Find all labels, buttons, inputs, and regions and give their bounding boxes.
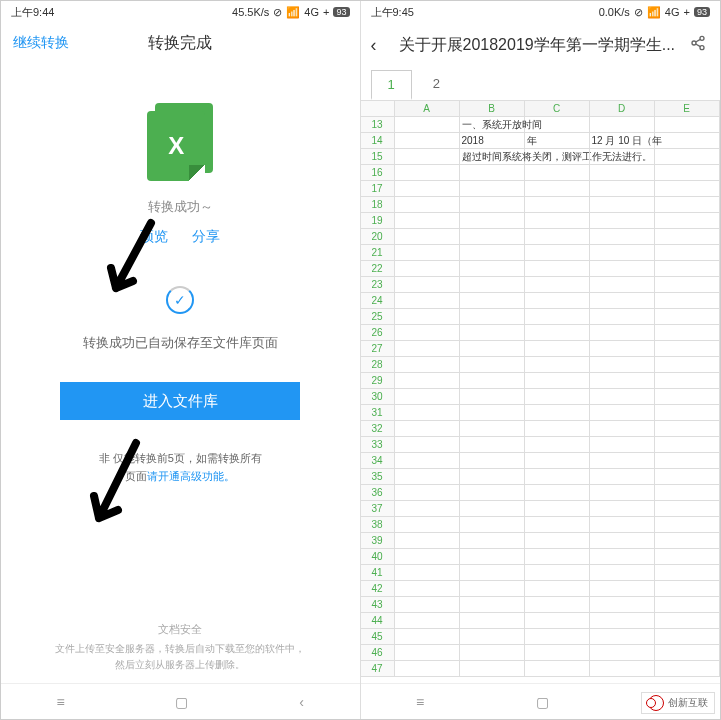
cell-D13[interactable] [590, 117, 655, 132]
col-head-C[interactable]: C [525, 101, 590, 116]
cell-A21[interactable] [395, 245, 460, 260]
cell-A32[interactable] [395, 421, 460, 436]
cell-A28[interactable] [395, 357, 460, 372]
cell-B27[interactable] [460, 341, 525, 356]
cell-B20[interactable] [460, 229, 525, 244]
cell-B37[interactable] [460, 501, 525, 516]
col-head-D[interactable]: D [590, 101, 655, 116]
row-head-44[interactable]: 44 [361, 613, 395, 628]
cell-E20[interactable] [655, 229, 720, 244]
cell-D38[interactable] [590, 517, 655, 532]
cell-C13[interactable] [525, 117, 590, 132]
cell-A30[interactable] [395, 389, 460, 404]
cell-B26[interactable] [460, 325, 525, 340]
row-head-16[interactable]: 16 [361, 165, 395, 180]
cell-D17[interactable] [590, 181, 655, 196]
row-head-19[interactable]: 19 [361, 213, 395, 228]
cell-E19[interactable] [655, 213, 720, 228]
cell-B28[interactable] [460, 357, 525, 372]
cell-A23[interactable] [395, 277, 460, 292]
row-head-23[interactable]: 23 [361, 277, 395, 292]
cell-B32[interactable] [460, 421, 525, 436]
cell-C26[interactable] [525, 325, 590, 340]
cell-D40[interactable] [590, 549, 655, 564]
corner-cell[interactable] [361, 101, 395, 116]
cell-A41[interactable] [395, 565, 460, 580]
cell-A14[interactable] [395, 133, 460, 148]
cell-D22[interactable] [590, 261, 655, 276]
cell-E17[interactable] [655, 181, 720, 196]
cell-D36[interactable] [590, 485, 655, 500]
cell-D21[interactable] [590, 245, 655, 260]
row-head-41[interactable]: 41 [361, 565, 395, 580]
cell-D29[interactable] [590, 373, 655, 388]
cell-B15[interactable]: 超过时间系统将关闭，测评工作无法进行。 [460, 149, 525, 164]
cell-E28[interactable] [655, 357, 720, 372]
cell-B35[interactable] [460, 469, 525, 484]
cell-D47[interactable] [590, 661, 655, 676]
cell-B29[interactable] [460, 373, 525, 388]
cell-D25[interactable] [590, 309, 655, 324]
cell-C20[interactable] [525, 229, 590, 244]
cell-A37[interactable] [395, 501, 460, 516]
cell-D43[interactable] [590, 597, 655, 612]
cell-C41[interactable] [525, 565, 590, 580]
cell-E43[interactable] [655, 597, 720, 612]
cell-B17[interactable] [460, 181, 525, 196]
cell-A39[interactable] [395, 533, 460, 548]
cell-B25[interactable] [460, 309, 525, 324]
cell-E26[interactable] [655, 325, 720, 340]
cell-B18[interactable] [460, 197, 525, 212]
cell-E39[interactable] [655, 533, 720, 548]
cell-E25[interactable] [655, 309, 720, 324]
cell-B21[interactable] [460, 245, 525, 260]
cell-A46[interactable] [395, 645, 460, 660]
cell-C24[interactable] [525, 293, 590, 308]
cell-E47[interactable] [655, 661, 720, 676]
row-head-30[interactable]: 30 [361, 389, 395, 404]
cell-A45[interactable] [395, 629, 460, 644]
cell-E45[interactable] [655, 629, 720, 644]
row-head-34[interactable]: 34 [361, 453, 395, 468]
cell-C33[interactable] [525, 437, 590, 452]
nav-home-icon[interactable]: ▢ [175, 694, 188, 710]
cell-D37[interactable] [590, 501, 655, 516]
cell-C22[interactable] [525, 261, 590, 276]
row-head-36[interactable]: 36 [361, 485, 395, 500]
cell-C45[interactable] [525, 629, 590, 644]
cell-E37[interactable] [655, 501, 720, 516]
cell-C34[interactable] [525, 453, 590, 468]
row-head-20[interactable]: 20 [361, 229, 395, 244]
row-head-24[interactable]: 24 [361, 293, 395, 308]
cell-E31[interactable] [655, 405, 720, 420]
row-head-38[interactable]: 38 [361, 517, 395, 532]
cell-C19[interactable] [525, 213, 590, 228]
cell-B33[interactable] [460, 437, 525, 452]
cell-D30[interactable] [590, 389, 655, 404]
cell-D42[interactable] [590, 581, 655, 596]
cell-A40[interactable] [395, 549, 460, 564]
row-head-15[interactable]: 15 [361, 149, 395, 164]
cell-C29[interactable] [525, 373, 590, 388]
spreadsheet-grid[interactable]: ABCDE13一、系统开放时间142018年12 月 10 日（年15超过时间系… [361, 101, 721, 683]
cell-C36[interactable] [525, 485, 590, 500]
cell-B34[interactable] [460, 453, 525, 468]
cell-C15[interactable] [525, 149, 590, 164]
cell-C18[interactable] [525, 197, 590, 212]
cell-A27[interactable] [395, 341, 460, 356]
cell-A16[interactable] [395, 165, 460, 180]
cell-C44[interactable] [525, 613, 590, 628]
cell-D23[interactable] [590, 277, 655, 292]
cell-D18[interactable] [590, 197, 655, 212]
back-arrow-icon[interactable]: ‹ [371, 35, 391, 56]
cell-C31[interactable] [525, 405, 590, 420]
share-link[interactable]: 分享 [192, 228, 220, 246]
cell-A29[interactable] [395, 373, 460, 388]
cell-A18[interactable] [395, 197, 460, 212]
cell-A42[interactable] [395, 581, 460, 596]
cell-B43[interactable] [460, 597, 525, 612]
row-head-40[interactable]: 40 [361, 549, 395, 564]
cell-C43[interactable] [525, 597, 590, 612]
cell-B23[interactable] [460, 277, 525, 292]
cell-A36[interactable] [395, 485, 460, 500]
